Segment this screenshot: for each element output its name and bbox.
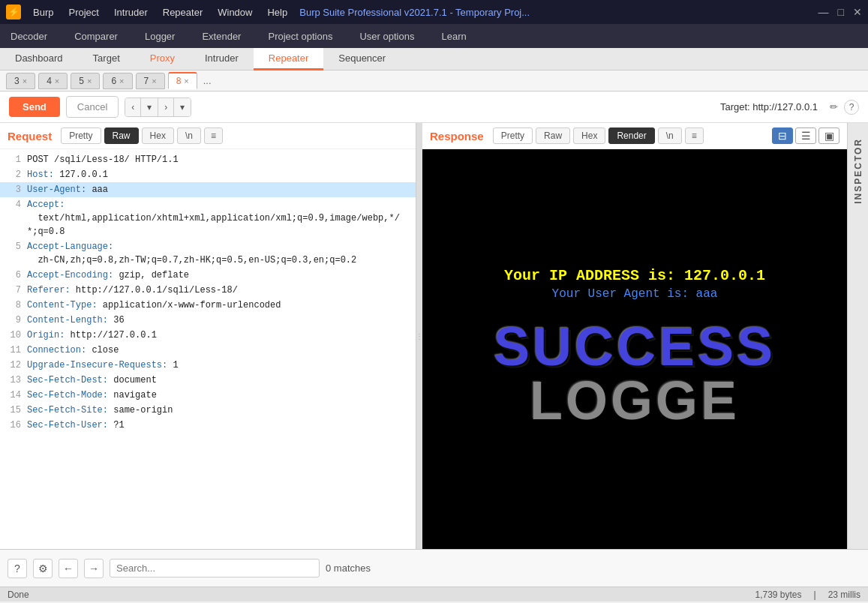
code-line-2: 2 Host: 127.0.0.1 xyxy=(0,167,416,182)
status-text: Done xyxy=(8,590,29,600)
close-button[interactable]: ✕ xyxy=(853,6,862,18)
code-line-16: 16 Sec-Fetch-User: ?1 xyxy=(0,418,416,433)
menu-burp[interactable]: Burp xyxy=(33,7,53,18)
tab-target[interactable]: Target xyxy=(78,48,135,70)
target-label: Target: http://127.0.0.1 xyxy=(720,101,818,112)
menu-project[interactable]: Project xyxy=(68,7,98,18)
bottombar: ? ⚙ ← → 0 matches xyxy=(0,549,868,586)
menu-window[interactable]: Window xyxy=(218,7,252,18)
repeater-tab-3[interactable]: 3× xyxy=(6,73,35,89)
code-line-12: 12 Upgrade-Insecure-Requests: 1 xyxy=(0,358,416,373)
view-split-horizontal[interactable]: ☰ xyxy=(795,128,816,144)
request-tab-pretty[interactable]: Pretty xyxy=(61,128,101,144)
panel-divider[interactable]: ⋮ xyxy=(416,123,422,549)
nav-group: ‹ ▾ › ▾ xyxy=(125,98,191,117)
menu-project-options[interactable]: Project options xyxy=(263,28,337,45)
minimize-button[interactable]: — xyxy=(818,6,829,18)
app-title: Burp Suite Professional v2021.7.1 - Temp… xyxy=(299,7,530,18)
response-tab-hex[interactable]: Hex xyxy=(573,128,605,144)
forward-history-button[interactable]: → xyxy=(84,559,104,578)
code-line-4: 4 Accept: text/html,application/xhtml+xm… xyxy=(0,197,416,239)
menu-learn[interactable]: Learn xyxy=(437,28,470,45)
code-line-3: 3 User-Agent: aaa xyxy=(0,182,416,197)
statusbar: Done 1,739 bytes | 23 millis xyxy=(0,586,868,602)
titlebar: ⚡ Burp Project Intruder Repeater Window … xyxy=(0,0,868,24)
help-button[interactable]: ? xyxy=(8,559,27,578)
app-logo: ⚡ xyxy=(6,4,21,20)
request-title: Request xyxy=(8,130,52,142)
secondary-menu: Decoder Comparer Logger Extender Project… xyxy=(0,24,868,48)
menu-help[interactable]: Help xyxy=(267,7,287,18)
code-line-8: 8 Content-Type: application/x-www-form-u… xyxy=(0,298,416,313)
inspector-panel: INSPECTOR xyxy=(847,123,868,549)
response-panel: Response Pretty Raw Hex Render \n ≡ ⊟ ☰ … xyxy=(422,123,847,549)
send-button[interactable]: Send xyxy=(9,97,60,117)
render-success-text: SUCCESS xyxy=(494,316,776,377)
request-options-icon[interactable]: ≡ xyxy=(204,128,223,144)
repeater-tab-4[interactable]: 4× xyxy=(38,73,68,89)
edit-target-icon[interactable]: ✏ xyxy=(830,101,838,112)
code-line-10: 10 Origin: http://127.0.0.1 xyxy=(0,328,416,343)
repeater-tabs-more[interactable]: ... xyxy=(200,75,215,86)
view-single[interactable]: ▣ xyxy=(818,128,839,144)
request-tab-hex[interactable]: Hex xyxy=(142,128,174,144)
repeater-tab-8[interactable]: 8× xyxy=(168,72,197,89)
tab-dashboard[interactable]: Dashboard xyxy=(0,48,78,70)
help-icon[interactable]: ? xyxy=(844,100,859,115)
code-line-15: 15 Sec-Fetch-Site: same-origin xyxy=(0,403,416,418)
response-tab-render[interactable]: Render xyxy=(608,128,654,144)
render-content: Your IP ADDRESS is: 127.0.0.1 Your User … xyxy=(422,149,847,549)
menu-repeater[interactable]: Repeater xyxy=(163,7,203,18)
response-tab-raw[interactable]: Raw xyxy=(536,128,570,144)
status-millis: 23 millis xyxy=(828,590,860,600)
maximize-button[interactable]: □ xyxy=(838,6,844,18)
response-tab-newline[interactable]: \n xyxy=(658,128,682,144)
render-ip-text: Your IP ADDRESS is: 127.0.0.1 xyxy=(504,267,765,284)
menu-comparer[interactable]: Comparer xyxy=(70,28,122,45)
request-panel: Request Pretty Raw Hex \n ≡ 1 POST /sqli… xyxy=(0,123,416,549)
settings-button[interactable]: ⚙ xyxy=(33,559,53,578)
repeater-tab-7[interactable]: 7× xyxy=(136,73,165,89)
tab-repeater[interactable]: Repeater xyxy=(254,48,323,70)
view-toggle-group: ⊟ ☰ ▣ xyxy=(772,128,839,144)
tab-proxy[interactable]: Proxy xyxy=(135,48,190,70)
toolbar: Send Cancel ‹ ▾ › ▾ Target: http://127.0… xyxy=(0,92,868,123)
menu-user-options[interactable]: User options xyxy=(355,28,419,45)
back-history-button[interactable]: ← xyxy=(59,559,78,578)
code-line-1: 1 POST /sqli/Less-18/ HTTP/1.1 xyxy=(0,152,416,167)
response-render-area: Your IP ADDRESS is: 127.0.0.1 Your User … xyxy=(422,149,847,549)
inspector-label: INSPECTOR xyxy=(848,123,868,219)
code-line-5: 5 Accept-Language: zh-CN,zh;q=0.8,zh-TW;… xyxy=(0,239,416,268)
code-line-6: 6 Accept-Encoding: gzip, deflate xyxy=(0,268,416,283)
response-options-icon[interactable]: ≡ xyxy=(685,128,704,144)
code-line-11: 11 Connection: close xyxy=(0,343,416,358)
nav-back-dropdown[interactable]: ▾ xyxy=(141,98,158,116)
code-line-14: 14 Sec-Fetch-Mode: navigate xyxy=(0,388,416,403)
response-tab-pretty[interactable]: Pretty xyxy=(493,128,533,144)
nav-fwd-button[interactable]: › xyxy=(158,98,174,116)
render-logge-text: LOGGE xyxy=(530,370,740,431)
repeater-tab-6[interactable]: 6× xyxy=(103,73,132,89)
nav-fwd-dropdown[interactable]: ▾ xyxy=(174,98,191,116)
search-input[interactable] xyxy=(110,559,320,578)
menu-decoder[interactable]: Decoder xyxy=(6,28,52,45)
menu-intruder[interactable]: Intruder xyxy=(114,7,148,18)
cancel-button[interactable]: Cancel xyxy=(66,96,119,118)
request-tab-raw[interactable]: Raw xyxy=(104,128,139,144)
code-line-7: 7 Referer: http://127.0.0.1/sqli/Less-18… xyxy=(0,283,416,298)
render-agent-text: Your User Agent is: aaa xyxy=(552,287,718,301)
code-line-13: 13 Sec-Fetch-Dest: document xyxy=(0,373,416,388)
menu-logger[interactable]: Logger xyxy=(140,28,179,45)
menu-extender[interactable]: Extender xyxy=(197,28,245,45)
request-content[interactable]: 1 POST /sqli/Less-18/ HTTP/1.1 2 Host: 1… xyxy=(0,149,416,549)
status-pipe: | xyxy=(814,590,816,600)
tab-sequencer[interactable]: Sequencer xyxy=(323,48,401,70)
repeater-tab-5[interactable]: 5× xyxy=(71,73,100,89)
view-split-vertical[interactable]: ⊟ xyxy=(772,128,793,144)
repeater-tabbar: 3× 4× 5× 6× 7× 8× ... xyxy=(0,70,868,92)
response-title: Response xyxy=(430,130,484,142)
request-tab-newline[interactable]: \n xyxy=(177,128,201,144)
tab-intruder[interactable]: Intruder xyxy=(190,48,254,70)
nav-back-button[interactable]: ‹ xyxy=(125,98,141,116)
menu-bar: Burp Project Intruder Repeater Window He… xyxy=(33,7,287,18)
